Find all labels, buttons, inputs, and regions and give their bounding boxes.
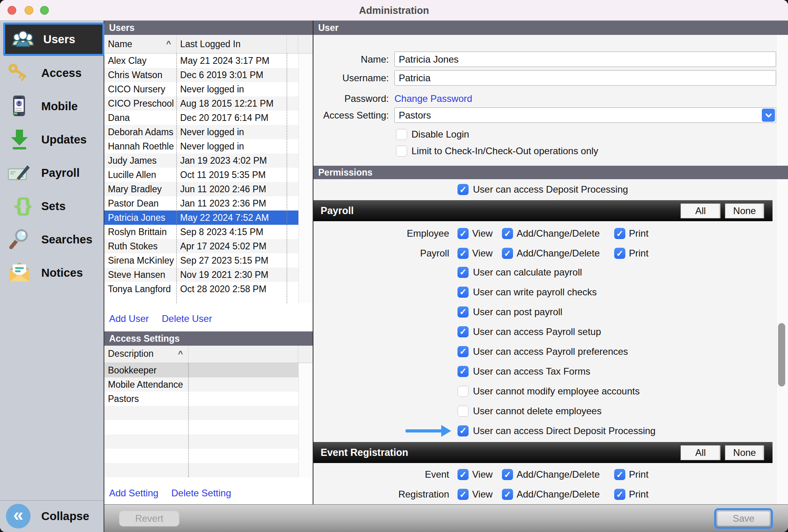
access-settings-scrollbar[interactable] — [298, 363, 313, 477]
permission-checkbox[interactable] — [457, 386, 469, 397]
disable-login-checkbox[interactable] — [396, 129, 407, 140]
table-row[interactable]: Alex ClayMay 21 2024 3:17 PM — [104, 54, 298, 68]
permission-checkbox[interactable] — [457, 326, 469, 337]
view-checkbox[interactable] — [457, 248, 469, 259]
permission-checkbox[interactable] — [457, 306, 469, 318]
table-row[interactable] — [104, 420, 298, 434]
acd-checkbox[interactable] — [502, 489, 513, 500]
username-field[interactable] — [394, 70, 776, 86]
acd-checkbox[interactable] — [502, 469, 513, 480]
braces-icon: { } — [7, 194, 32, 218]
sidebar-item-mobile[interactable]: Mobile — [0, 90, 104, 123]
cell-extra — [287, 125, 298, 139]
table-row[interactable]: Lucille AllenOct 11 2019 5:35 PM — [104, 168, 298, 182]
deposit-processing-checkbox[interactable] — [457, 184, 469, 195]
acd-checkbox[interactable] — [502, 228, 513, 239]
permission-checkbox[interactable] — [457, 346, 469, 357]
delete-setting-link[interactable]: Delete Setting — [171, 488, 231, 498]
cell-name: CICO Nursery — [104, 82, 177, 96]
users-table-scrollbar[interactable] — [298, 54, 313, 303]
event-none-button[interactable]: None — [725, 445, 764, 460]
print-checkbox[interactable] — [614, 489, 625, 500]
table-row[interactable] — [104, 463, 298, 477]
password-label: Password: — [313, 91, 389, 106]
save-button[interactable]: Save — [717, 511, 770, 526]
permission-checkbox[interactable] — [457, 406, 469, 417]
permission-checkbox[interactable] — [457, 425, 469, 436]
access-setting-dropdown[interactable]: Pastors — [394, 107, 776, 123]
sidebar-item-searches[interactable]: Searches — [0, 223, 104, 256]
table-row[interactable] — [104, 406, 298, 420]
table-row[interactable]: Mary BradleyJun 11 2020 2:46 PM — [104, 182, 298, 196]
zoom-window-button[interactable] — [40, 6, 49, 15]
table-row[interactable]: CICO NurseryNever logged in — [104, 82, 298, 96]
view-checkbox[interactable] — [457, 228, 469, 239]
sidebar-item-notices[interactable]: Notices — [0, 256, 104, 289]
cell-extra — [188, 434, 298, 449]
print-checkbox[interactable] — [614, 228, 625, 239]
event-all-button[interactable]: All — [680, 445, 721, 460]
view-checkbox[interactable] — [457, 489, 469, 500]
table-row[interactable]: Mobile Attendance — [104, 377, 298, 392]
cell-description — [104, 406, 188, 420]
user-detail-panel: User Name: Username: Password: Change Pa… — [313, 21, 788, 504]
matrix-option-label: View — [472, 489, 493, 500]
table-row[interactable] — [104, 434, 298, 449]
limit-checkin-checkbox[interactable] — [396, 145, 407, 157]
table-row[interactable]: Patricia JonesMay 22 2024 7:52 AM — [104, 211, 298, 225]
table-row[interactable]: Judy JamesJan 19 2023 4:02 PM — [104, 153, 298, 168]
close-window-button[interactable] — [8, 6, 16, 15]
table-row[interactable]: Pastors — [104, 392, 298, 406]
permission-checkbox[interactable] — [457, 267, 469, 278]
matrix-option: Print — [614, 248, 648, 259]
column-header-name[interactable]: Name ^ — [104, 35, 177, 53]
collapse-sidebar-button[interactable]: « Collapse — [0, 501, 104, 532]
add-setting-link[interactable]: Add Setting — [109, 488, 158, 498]
titlebar: Administration — [0, 0, 788, 21]
minimize-window-button[interactable] — [25, 6, 33, 15]
chevron-down-icon[interactable] — [762, 109, 775, 122]
column-divider — [176, 54, 177, 303]
cell-extra — [287, 182, 298, 196]
table-row[interactable] — [104, 449, 298, 463]
table-row[interactable]: Hannah RoethleNever logged in — [104, 139, 298, 153]
add-user-link[interactable]: Add User — [109, 313, 149, 324]
scrollbar-thumb[interactable] — [778, 323, 785, 387]
table-row[interactable]: DanaDec 20 2017 6:14 PM — [104, 111, 298, 125]
name-field[interactable] — [394, 52, 776, 67]
permission-checkbox[interactable] — [457, 287, 469, 298]
table-row[interactable]: Tonya LangfordOct 28 2020 2:58 PM — [104, 282, 298, 296]
cell-extra — [287, 153, 298, 168]
change-password-link[interactable]: Change Password — [394, 91, 472, 106]
column-header-description[interactable]: Description ^ — [104, 345, 188, 363]
permission-label: User can post payroll — [473, 302, 562, 322]
payroll-none-button[interactable]: None — [725, 203, 764, 218]
sidebar-item-users[interactable]: Users — [3, 23, 104, 56]
table-row[interactable]: Sirena McKinleySep 27 2023 5:15 PM — [104, 253, 298, 268]
print-checkbox[interactable] — [614, 248, 625, 259]
cell-name: Roslyn Brittain — [104, 225, 177, 239]
payroll-all-button[interactable]: All — [680, 203, 721, 218]
table-row[interactable]: Deborah AdamsNever logged in — [104, 125, 298, 139]
sidebar-item-access[interactable]: Access — [0, 56, 104, 90]
table-row[interactable]: CICO PreschoolAug 18 2015 12:21 PM — [104, 96, 298, 111]
table-row[interactable]: Chris WatsonDec 6 2019 3:01 PM — [104, 68, 298, 82]
table-row[interactable]: Bookkeeper — [104, 363, 298, 377]
table-row[interactable]: Steve HansenNov 19 2021 2:30 PM — [104, 268, 298, 282]
table-row[interactable]: Roslyn BrittainSep 8 2023 4:15 PM — [104, 225, 298, 239]
column-header-last-logged-in[interactable]: Last Logged In — [177, 35, 287, 53]
print-checkbox[interactable] — [614, 469, 625, 480]
sidebar-item-payroll[interactable]: Payroll — [0, 156, 104, 189]
cell-description — [104, 434, 188, 449]
view-checkbox[interactable] — [457, 469, 469, 480]
table-row[interactable]: Ruth StokesApr 17 2024 5:02 PM — [104, 239, 298, 253]
sidebar-item-sets[interactable]: { } Sets — [0, 189, 104, 223]
acd-checkbox[interactable] — [502, 248, 513, 259]
permission-checkbox[interactable] — [457, 366, 469, 377]
revert-button[interactable]: Revert — [119, 511, 179, 526]
table-row[interactable]: Pastor DeanJan 11 2023 2:36 PM — [104, 196, 298, 211]
column-header-extra — [188, 345, 298, 363]
event-registration-section-bar: Event Registration All None — [313, 442, 773, 463]
delete-user-link[interactable]: Delete User — [162, 313, 212, 324]
sidebar-item-updates[interactable]: Updates — [0, 123, 104, 156]
